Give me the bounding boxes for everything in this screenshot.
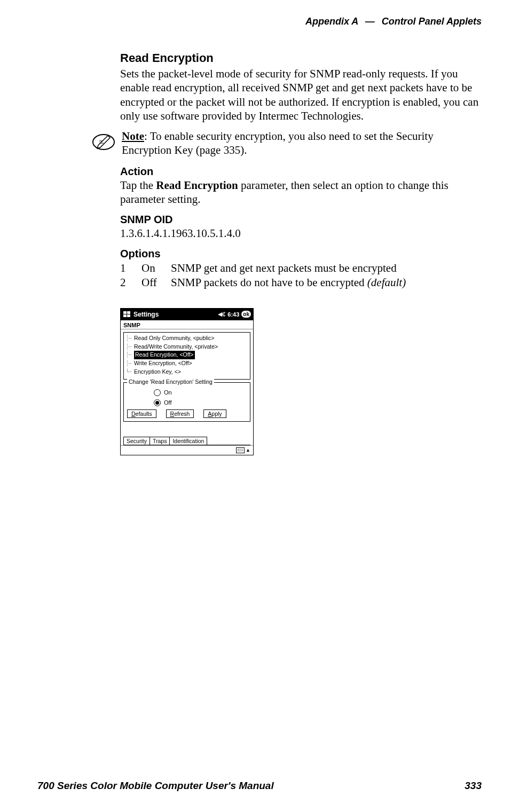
section-body: Sets the packet-level mode of security f… bbox=[120, 67, 482, 123]
svg-rect-3 bbox=[123, 314, 127, 317]
note-label: Note bbox=[122, 130, 144, 143]
device-screenshot: Settings ◀₵ 6:43 ok SNMP ┊┄ Read Only Co… bbox=[120, 308, 254, 455]
keyboard-icon[interactable] bbox=[236, 447, 245, 453]
option-label: Off bbox=[141, 275, 171, 289]
options-title: Options bbox=[120, 248, 482, 260]
bottom-bar: ▲ bbox=[121, 445, 253, 455]
svg-rect-1 bbox=[123, 311, 127, 314]
option-desc: SNMP packets do not have to be encrypted… bbox=[171, 275, 418, 289]
note-text: Note: To enable security encryption, you… bbox=[122, 129, 482, 157]
action-pre: Tap the bbox=[120, 179, 156, 192]
tree-item-selected[interactable]: ┊┄ Read Encryption, <Off> bbox=[125, 351, 248, 359]
main-content: Read Encryption Sets the packet-level mo… bbox=[120, 51, 482, 123]
radio-off[interactable]: Off bbox=[154, 399, 247, 406]
svg-point-0 bbox=[93, 135, 114, 149]
section-title: Read Encryption bbox=[120, 51, 482, 65]
header-title: Control Panel Applets bbox=[382, 16, 482, 27]
footer-left: 700 Series Color Mobile Computer User's … bbox=[37, 780, 274, 792]
note-body: : To enable security encryption, you als… bbox=[122, 130, 434, 156]
apply-button[interactable]: Apply bbox=[203, 409, 226, 418]
table-row: 1 On SNMP get and get next packets must … bbox=[120, 261, 418, 275]
page-footer: 700 Series Color Mobile Computer User's … bbox=[37, 780, 482, 792]
button-row: Defaults Refresh Apply bbox=[127, 409, 247, 418]
device-titlebar: Settings ◀₵ 6:43 ok bbox=[121, 309, 253, 320]
speaker-icon[interactable]: ◀₵ bbox=[218, 311, 226, 318]
up-caret-icon[interactable]: ▲ bbox=[246, 447, 250, 453]
action-title: Action bbox=[120, 165, 482, 178]
device-title: Settings bbox=[133, 311, 218, 318]
action-bold: Read Encryption bbox=[156, 179, 238, 192]
option-num: 1 bbox=[120, 261, 141, 275]
radio-on[interactable]: On bbox=[154, 389, 247, 396]
windows-logo-icon[interactable] bbox=[123, 310, 131, 319]
footer-page-number: 333 bbox=[465, 780, 482, 792]
header-dash: — bbox=[365, 16, 375, 27]
tree-item[interactable]: ┊┄ Read/Write Community, <private> bbox=[125, 343, 248, 351]
radio-icon[interactable] bbox=[154, 389, 161, 396]
tabs-row: Security Traps Identification bbox=[123, 437, 250, 445]
option-desc: SNMP get and get next packets must be en… bbox=[171, 261, 418, 275]
device-time: 6:43 bbox=[227, 311, 239, 318]
tab-identification[interactable]: Identification bbox=[169, 437, 207, 445]
tree-item[interactable]: ┊┄ Read Only Community, <public> bbox=[125, 334, 248, 343]
radio-label: On bbox=[164, 389, 172, 396]
action-body: Tap the Read Encryption parameter, then … bbox=[120, 178, 482, 207]
option-num: 2 bbox=[120, 275, 141, 289]
options-table: 1 On SNMP get and get next packets must … bbox=[120, 261, 418, 289]
note-pencil-icon bbox=[91, 130, 116, 154]
radio-icon-checked[interactable] bbox=[154, 399, 161, 406]
svg-rect-2 bbox=[127, 311, 130, 314]
tab-security[interactable]: Security bbox=[123, 437, 150, 445]
device-subtitle: SNMP bbox=[121, 320, 253, 329]
tab-traps[interactable]: Traps bbox=[150, 437, 170, 445]
group-legend: Change 'Read Encryption' Setting bbox=[127, 379, 214, 385]
group-box: Change 'Read Encryption' Setting On Off … bbox=[123, 382, 250, 422]
ok-button[interactable]: ok bbox=[241, 311, 251, 318]
table-row: 2 Off SNMP packets do not have to be enc… bbox=[120, 275, 418, 289]
note-block: Note: To enable security encryption, you… bbox=[91, 129, 482, 157]
tree-item[interactable]: ┊┄ Write Encryption, <Off> bbox=[125, 359, 248, 368]
header-appendix: Appendix A bbox=[305, 16, 358, 27]
tree-box: ┊┄ Read Only Community, <public> ┊┄ Read… bbox=[123, 332, 250, 380]
oid-title: SNMP OID bbox=[120, 214, 482, 226]
svg-rect-4 bbox=[127, 314, 130, 317]
tree-item[interactable]: └┄ Encryption Key, <> bbox=[125, 368, 248, 376]
option-label: On bbox=[141, 261, 171, 275]
radio-label: Off bbox=[164, 399, 171, 406]
defaults-button[interactable]: Defaults bbox=[127, 409, 156, 418]
refresh-button[interactable]: Refresh bbox=[166, 409, 194, 418]
page-header: Appendix A — Control Panel Applets bbox=[37, 16, 482, 27]
action-block: Action Tap the Read Encryption parameter… bbox=[120, 165, 482, 289]
oid-value: 1.3.6.1.4.1.1963.10.5.1.4.0 bbox=[120, 226, 482, 240]
